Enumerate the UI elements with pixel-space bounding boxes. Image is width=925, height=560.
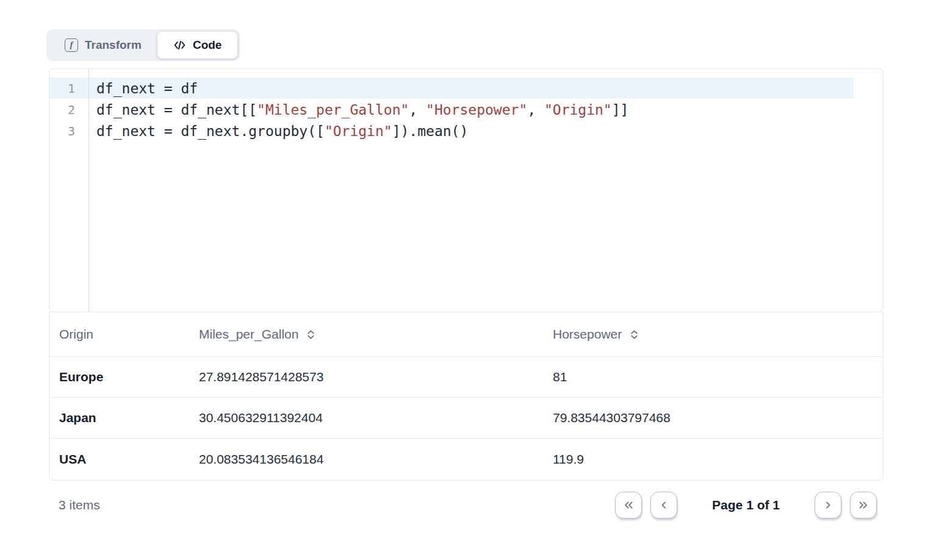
last-page-button[interactable] (850, 492, 877, 519)
column-header-origin: Origin (59, 327, 199, 342)
page-status: Page 1 of 1 (712, 498, 780, 512)
cell-horsepower: 81 (553, 370, 883, 384)
items-count: 3 items (59, 498, 100, 512)
cell-miles-per-gallon: 30.450632911392404 (199, 411, 553, 425)
double-chevron-left-icon (622, 499, 635, 511)
column-header-miles-per-gallon[interactable]: Miles_per_Gallon (199, 327, 553, 342)
line-number: 3 (49, 124, 89, 138)
table-row: USA 20.083534136546184 119.9 (49, 439, 883, 479)
first-page-button[interactable] (615, 492, 642, 519)
table-header-row: Origin Miles_per_Gallon Horsepower (49, 312, 883, 357)
previous-page-button[interactable] (650, 492, 677, 519)
column-header-horsepower[interactable]: Horsepower (553, 327, 883, 342)
code-line[interactable]: 2 df_next = df_next[["Miles_per_Gallon",… (49, 99, 854, 120)
cell-origin: USA (59, 452, 199, 467)
dataframe-transform-panel: f Transform Code 1 df_next = df 2 d (0, 0, 925, 560)
pagination: Page 1 of 1 (615, 492, 877, 519)
code-line[interactable]: 1 df_next = df (49, 77, 854, 99)
code-text: df_next = df_next.groupby(["Origin"]).me… (89, 123, 468, 139)
table-footer: 3 items Page 1 of 1 (49, 481, 884, 529)
table-row: Europe 27.891428571428573 81 (49, 357, 883, 398)
column-label: Horsepower (553, 327, 622, 342)
column-label: Origin (59, 327, 93, 342)
cell-miles-per-gallon: 27.891428571428573 (199, 370, 553, 384)
function-icon: f (65, 38, 78, 52)
cell-origin: Europe (59, 370, 199, 384)
code-text: df_next = df (89, 81, 198, 96)
result-table: Origin Miles_per_Gallon Horsepower (49, 312, 884, 481)
chevron-right-icon (822, 499, 834, 511)
code-line[interactable]: 3 df_next = df_next.groupby(["Origin"]).… (49, 120, 854, 142)
code-text: df_next = df_next[["Miles_per_Gallon", "… (89, 102, 628, 118)
line-number: 1 (49, 81, 89, 96)
double-chevron-right-icon (857, 499, 870, 511)
sort-icon (630, 328, 639, 341)
column-label: Miles_per_Gallon (199, 327, 298, 342)
tab-transform-label: Transform (85, 38, 142, 52)
code-lines: 1 df_next = df 2 df_next = df_next[["Mil… (49, 69, 883, 142)
cell-horsepower: 119.9 (553, 452, 883, 467)
next-page-button[interactable] (815, 492, 841, 519)
code-icon (173, 39, 186, 51)
line-number: 2 (49, 102, 89, 117)
chevron-left-icon (658, 499, 670, 511)
cell-origin: Japan (59, 411, 199, 425)
tab-code[interactable]: Code (157, 32, 238, 59)
code-editor[interactable]: 1 df_next = df 2 df_next = df_next[["Mil… (49, 68, 884, 312)
cell-horsepower: 79.83544303797468 (553, 411, 883, 425)
sort-icon (306, 328, 315, 341)
table-row: Japan 30.450632911392404 79.835443037974… (49, 398, 883, 439)
view-mode-tabbar: f Transform Code (46, 29, 240, 61)
tab-code-label: Code (193, 38, 222, 52)
cell-miles-per-gallon: 20.083534136546184 (199, 452, 553, 467)
tab-transform[interactable]: f Transform (49, 32, 157, 59)
